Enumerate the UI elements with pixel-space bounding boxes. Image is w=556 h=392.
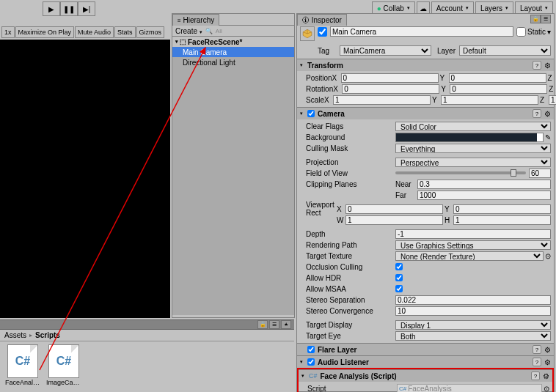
- create-button[interactable]: Create ▾: [175, 27, 202, 35]
- hierarchy-tab[interactable]: ≡ Hierarchy: [172, 14, 219, 26]
- audio-enable[interactable]: [307, 358, 315, 366]
- pause-button[interactable]: ❚❚: [60, 1, 78, 16]
- scale-y[interactable]: [441, 95, 538, 105]
- help-icon[interactable]: ?: [533, 358, 541, 366]
- target-display-select[interactable]: Display 1: [395, 320, 551, 330]
- gameobject-icon[interactable]: [300, 26, 315, 41]
- play-button[interactable]: ▶: [43, 1, 60, 16]
- help-icon[interactable]: ?: [533, 61, 541, 70]
- audio-title: Audio Listener: [318, 358, 530, 366]
- lock-icon[interactable]: 🔒: [530, 15, 541, 23]
- viewport-x[interactable]: [345, 204, 443, 214]
- flare-title: Flare Layer: [318, 346, 530, 354]
- target-eye-select[interactable]: Both: [395, 331, 551, 341]
- background-color[interactable]: [395, 133, 544, 142]
- help-icon[interactable]: ?: [533, 345, 541, 354]
- rotation-label: Rotation: [300, 85, 333, 93]
- csharp-icon: C#: [7, 344, 38, 378]
- position-y[interactable]: [449, 73, 546, 83]
- viewport-h[interactable]: [453, 215, 551, 225]
- viewport-y[interactable]: [453, 204, 551, 214]
- step-button[interactable]: ▶|: [78, 1, 95, 16]
- eyedropper-icon[interactable]: ✎: [545, 133, 551, 141]
- active-checkbox[interactable]: [318, 27, 327, 37]
- fov-value[interactable]: [529, 169, 551, 178]
- picker-icon[interactable]: ⊙: [545, 252, 551, 260]
- tag-label: Tag: [318, 47, 338, 55]
- foldout-icon[interactable]: ▾: [300, 111, 303, 117]
- tag-select[interactable]: MainCamera: [340, 45, 431, 56]
- occlusion-check[interactable]: [395, 263, 403, 270]
- scale-label: Scale: [300, 96, 324, 104]
- foldout-icon[interactable]: ▾: [300, 359, 303, 365]
- unity-icon: ⬚: [180, 38, 186, 45]
- search-field[interactable]: All: [216, 28, 222, 34]
- position-label: Position: [300, 74, 332, 82]
- maximize-toggle[interactable]: Maximize On Play: [15, 26, 75, 38]
- position-x[interactable]: [341, 73, 439, 83]
- mute-toggle[interactable]: Mute Audio: [75, 26, 114, 38]
- far-input[interactable]: [417, 191, 551, 200]
- static-checkbox[interactable]: [516, 27, 526, 37]
- foldout-icon[interactable]: ▾: [175, 39, 178, 45]
- target-texture-select[interactable]: None (Render Texture): [395, 251, 544, 261]
- stereo-sep-input[interactable]: [395, 295, 551, 305]
- near-input[interactable]: [417, 180, 551, 189]
- depth-input[interactable]: [395, 229, 551, 239]
- camera-title: Camera: [318, 110, 530, 118]
- scale-x[interactable]: [333, 95, 431, 105]
- gizmos-toggle[interactable]: Gizmos: [136, 26, 165, 38]
- foldout-icon[interactable]: ▾: [301, 373, 304, 379]
- layer-label: Layer: [437, 47, 458, 55]
- script-field[interactable]: C#FaceAnalysis: [397, 384, 542, 393]
- gear-icon[interactable]: ⚙: [544, 62, 551, 70]
- viewport-w[interactable]: [345, 215, 443, 225]
- msaa-check[interactable]: [395, 285, 403, 292]
- zoom-level[interactable]: 1x: [1, 26, 15, 38]
- stats-toggle[interactable]: Stats: [114, 26, 136, 38]
- csharp-icon: C#: [309, 372, 318, 380]
- transform-title: Transform: [307, 62, 530, 70]
- search-icon: 🔍: [205, 28, 213, 34]
- hierarchy-item-directional-light[interactable]: Directional Light: [172, 57, 294, 67]
- scale-z[interactable]: [549, 95, 556, 105]
- menu-icon[interactable]: ☰: [541, 15, 551, 23]
- flare-enable[interactable]: [307, 346, 315, 353]
- fov-slider[interactable]: [395, 171, 526, 174]
- filter-icon[interactable]: ★: [281, 320, 291, 329]
- help-icon[interactable]: ?: [531, 371, 540, 380]
- clear-flags-select[interactable]: Solid Color: [395, 122, 551, 131]
- stereo-conv-input[interactable]: [395, 306, 551, 316]
- scene-row[interactable]: ▾ ⬚ FaceRecScene*: [172, 37, 294, 47]
- game-viewport[interactable]: [0, 40, 170, 318]
- help-icon[interactable]: ?: [533, 109, 541, 118]
- picker-icon[interactable]: ⊙: [544, 385, 549, 393]
- gear-icon[interactable]: ⚙: [544, 358, 551, 366]
- name-input[interactable]: [330, 26, 513, 37]
- gear-icon[interactable]: ⚙: [544, 346, 551, 354]
- face-analysis-title: Face Analysis (Script): [321, 372, 528, 380]
- script-asset-imagecapture[interactable]: C# ImageCapt...: [47, 344, 81, 389]
- hdr-check[interactable]: [395, 274, 403, 281]
- breadcrumb[interactable]: Assets ▸ Scripts: [0, 330, 294, 341]
- hierarchy-item-main-camera[interactable]: Main Camera: [172, 47, 294, 57]
- lock-icon[interactable]: 🔒: [257, 320, 268, 329]
- layer-select[interactable]: Default: [459, 45, 551, 56]
- chevron-right-icon: ▸: [29, 332, 32, 339]
- projection-select[interactable]: Perspective: [395, 158, 551, 167]
- foldout-icon[interactable]: ▾: [300, 62, 303, 68]
- gear-icon[interactable]: ⚙: [543, 372, 549, 380]
- camera-enable[interactable]: [307, 110, 315, 117]
- list-icon[interactable]: ☰: [269, 320, 279, 329]
- project-status-bar: 🔒 ☰ ★: [0, 319, 294, 330]
- script-asset-faceanalysis[interactable]: C# FaceAnalys...: [6, 344, 40, 389]
- culling-select[interactable]: Everything: [395, 144, 551, 153]
- gear-icon[interactable]: ⚙: [544, 110, 551, 118]
- csharp-icon: C#: [48, 344, 79, 378]
- rotation-y[interactable]: [450, 84, 547, 94]
- render-path-select[interactable]: Use Graphics Settings: [395, 240, 551, 250]
- rotation-x[interactable]: [342, 84, 439, 94]
- inspector-tab[interactable]: 🛈 Inspector: [297, 14, 347, 26]
